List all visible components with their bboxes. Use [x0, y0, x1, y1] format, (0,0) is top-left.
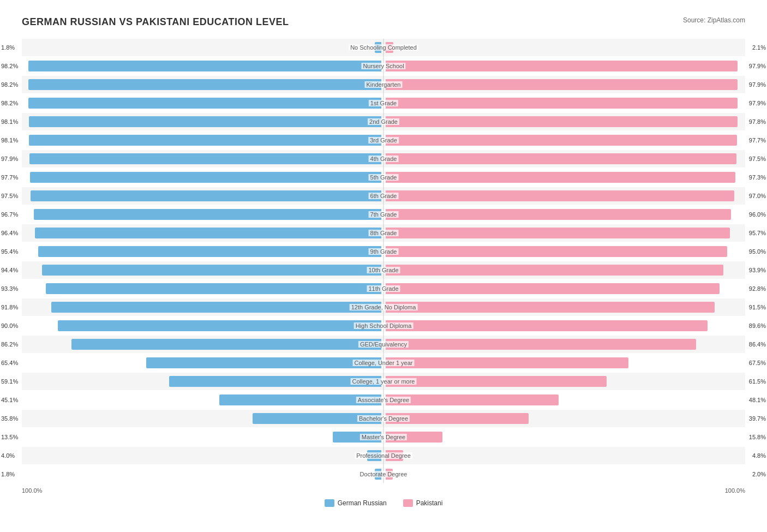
left-section: 98.1%	[22, 131, 384, 149]
val-left: 96.4%	[1, 230, 18, 236]
val-right: 91.5%	[749, 304, 766, 310]
val-right: 97.7%	[749, 137, 766, 144]
val-right: 97.5%	[749, 156, 766, 162]
bar-left	[169, 376, 381, 387]
left-section: 98.2%	[22, 94, 384, 112]
val-right: 2.1%	[752, 44, 766, 51]
val-right: 97.0%	[749, 193, 766, 199]
right-section: 86.4%	[384, 336, 745, 353]
axis-left: 100.0%	[22, 487, 42, 494]
left-section: 97.7%	[22, 169, 384, 186]
bar-right	[386, 246, 727, 257]
right-section: 61.5%	[384, 373, 745, 390]
bar-left	[46, 283, 381, 294]
bar-right	[386, 339, 696, 350]
val-right: 93.9%	[749, 267, 766, 273]
left-section: 96.7%	[22, 206, 384, 223]
val-left: 1.8%	[1, 44, 15, 51]
bar-left	[71, 339, 381, 350]
val-left: 97.7%	[1, 174, 18, 181]
bar-right	[386, 469, 393, 480]
val-left: 98.1%	[1, 118, 18, 125]
bar-left	[253, 413, 381, 424]
bar-left	[219, 394, 381, 405]
bar-left	[34, 209, 381, 220]
right-section: 92.8%	[384, 280, 745, 297]
val-right: 92.8%	[749, 285, 766, 292]
val-left: 94.4%	[1, 267, 18, 273]
bar-left	[38, 246, 381, 257]
left-section: 91.8%	[22, 298, 384, 316]
left-section: 98.1%	[22, 113, 384, 130]
bar-right	[386, 79, 738, 90]
bar-right	[386, 135, 737, 146]
right-section: 95.0%	[384, 243, 745, 260]
bar-left	[31, 190, 381, 201]
val-left: 35.8%	[1, 415, 18, 422]
bars-wrapper: 1.8% 2.1% No Schooling Completed 98.2% 9…	[22, 39, 745, 483]
right-section: 97.0%	[384, 187, 745, 205]
bar-right	[386, 265, 723, 276]
left-section: 98.2%	[22, 76, 384, 93]
right-section: 39.7%	[384, 410, 745, 427]
bar-right	[386, 357, 628, 368]
val-right: 39.7%	[749, 415, 766, 422]
bar-left	[375, 42, 381, 53]
bar-right	[386, 432, 442, 443]
legend: German Russian Pakistani	[22, 499, 745, 507]
legend-pakistani: Pakistani	[403, 499, 443, 507]
left-section: 98.2%	[22, 57, 384, 75]
val-left: 98.1%	[1, 137, 18, 144]
bar-right	[386, 450, 403, 461]
bar-right	[386, 153, 736, 164]
bar-right	[386, 320, 708, 331]
left-section: 96.4%	[22, 224, 384, 242]
right-section: 15.8%	[384, 428, 745, 446]
bar-right	[386, 172, 735, 183]
legend-german-russian: German Russian	[325, 499, 387, 507]
val-right: 97.8%	[749, 118, 766, 125]
right-section: 97.3%	[384, 169, 745, 186]
val-left: 97.5%	[1, 193, 18, 199]
val-left: 59.1%	[1, 378, 18, 385]
val-right: 95.7%	[749, 230, 766, 236]
bar-left	[29, 153, 381, 164]
left-section: 35.8%	[22, 410, 384, 427]
val-left: 96.7%	[1, 211, 18, 218]
bar-left	[42, 265, 381, 276]
bar-right	[386, 116, 738, 127]
chart-source: Source: ZipAtlas.com	[683, 16, 745, 24]
right-section: 2.1%	[384, 39, 745, 56]
left-section: 97.9%	[22, 150, 384, 168]
val-right: 95.0%	[749, 248, 766, 255]
val-left: 86.2%	[1, 341, 18, 348]
val-right: 48.1%	[749, 397, 766, 403]
val-left: 45.1%	[1, 397, 18, 403]
bar-left	[30, 172, 381, 183]
bar-left	[146, 357, 381, 368]
val-left: 95.4%	[1, 248, 18, 255]
val-left: 98.2%	[1, 100, 18, 106]
axis-right: 100.0%	[725, 487, 745, 494]
right-section: 91.5%	[384, 298, 745, 316]
chart-container: GERMAN RUSSIAN VS PAKISTANI EDUCATION LE…	[11, 11, 756, 518]
right-section: 67.5%	[384, 354, 745, 372]
val-right: 96.0%	[749, 211, 766, 218]
bar-left	[51, 302, 381, 313]
left-section: 1.8%	[22, 465, 384, 483]
left-section: 45.1%	[22, 391, 384, 409]
chart-title: GERMAN RUSSIAN VS PAKISTANI EDUCATION LE…	[22, 16, 289, 28]
val-left: 65.4%	[1, 360, 18, 366]
right-section: 96.0%	[384, 206, 745, 223]
bar-right	[386, 190, 734, 201]
left-section: 94.4%	[22, 261, 384, 279]
val-left: 13.5%	[1, 434, 18, 440]
right-section: 97.7%	[384, 131, 745, 149]
val-left: 97.9%	[1, 156, 18, 162]
right-section: 93.9%	[384, 261, 745, 279]
right-section: 97.9%	[384, 94, 745, 112]
val-right: 97.9%	[749, 100, 766, 106]
left-section: 4.0%	[22, 447, 384, 464]
left-section: 13.5%	[22, 428, 384, 446]
val-left: 1.8%	[1, 471, 15, 477]
